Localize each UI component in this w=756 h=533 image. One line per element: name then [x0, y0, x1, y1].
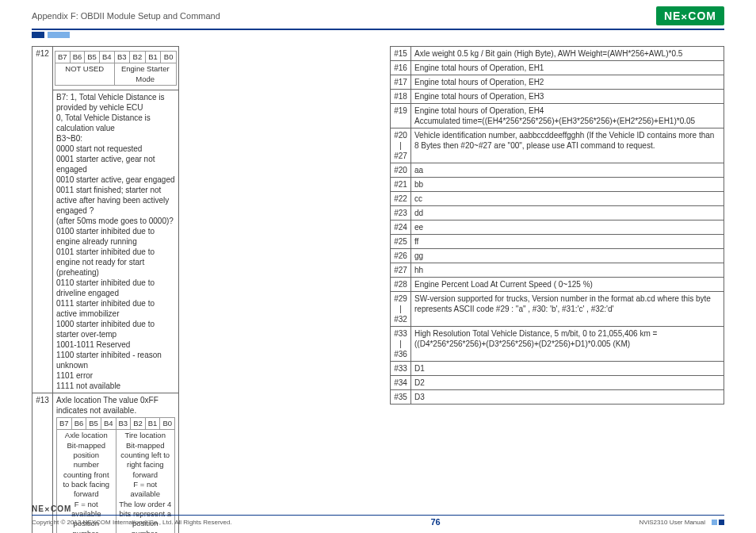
- row-index: #19: [391, 104, 411, 128]
- row12-index: #12: [32, 47, 53, 393]
- bits-table-12: B7 B6 B5 B4 B3 B2 B1 B0 NOT USED Engine …: [55, 51, 177, 86]
- footer-logo: NE✕COM: [32, 504, 724, 513]
- row-index: #22: [391, 192, 411, 206]
- bit-b2: B2: [130, 52, 146, 63]
- row-index: #26: [391, 249, 411, 263]
- row-index: #34: [391, 376, 411, 390]
- bit-b0-13: B0: [160, 418, 175, 430]
- row-index: #23: [391, 206, 411, 220]
- row-text: aa: [411, 163, 724, 178]
- bit-b6: B6: [70, 52, 85, 63]
- row-index: #24: [391, 220, 411, 235]
- row-index: #27: [391, 263, 411, 278]
- row-index: #15: [391, 47, 411, 61]
- left-column: #12 B7 B6 B5 B4 B3 B2 B1 B0: [32, 46, 366, 533]
- row12-bits-cell: B7 B6 B5 B4 B3 B2 B1 B0 NOT USED Engine …: [53, 47, 179, 90]
- right-table: #15Axle weight 0.5 kg / Bit gain (High B…: [390, 46, 724, 405]
- row-index: #28: [391, 278, 411, 292]
- nexcom-logo: NE✕COM: [656, 6, 724, 25]
- row-index: #16: [391, 61, 411, 75]
- bit-b2-13: B2: [131, 418, 146, 430]
- row-text: Engine total hours of Operation, EH2: [411, 75, 724, 90]
- row-index: #29 | #32: [391, 292, 411, 327]
- row-index: #33: [391, 362, 411, 376]
- not-used-label: NOT USED: [55, 63, 115, 86]
- row-text: SW-version supported for trucks, Version…: [411, 292, 724, 327]
- row-text: cc: [411, 192, 724, 206]
- row-text: D1: [411, 362, 724, 376]
- page-content: #12 B7 B6 B5 B4 B3 B2 B1 B0: [0, 46, 756, 533]
- header-divider: [32, 29, 724, 30]
- bit-b7-13: B7: [57, 418, 72, 430]
- bit-b4-13: B4: [101, 418, 116, 430]
- row-text: Engine total hours of Operation, EH1: [411, 61, 724, 75]
- engine-starter-mode-label: Engine Starter Mode: [114, 63, 177, 86]
- row13-heading: Axle location The value 0xFF indicates n…: [56, 395, 175, 416]
- bit-b3: B3: [114, 52, 130, 63]
- page-number: 76: [430, 517, 440, 527]
- bit-b7: B7: [55, 52, 71, 63]
- footer-accent: [710, 520, 724, 525]
- bit-b1: B1: [145, 52, 161, 63]
- row12-body: B7: 1, Total Vehicle Distance is provide…: [53, 90, 179, 393]
- bit-b6-13: B6: [71, 418, 86, 430]
- row-text: hh: [411, 263, 724, 278]
- footer-line: Copyright © 2013 NEXCOM International Co…: [32, 517, 724, 527]
- row-text: Engine total hours of Operation, EH4 Acc…: [411, 104, 724, 128]
- row-text: Engine Percent Load At Current Speed ( 0…: [411, 278, 724, 292]
- manual-name: NViS2310 User Manual: [640, 519, 705, 526]
- row-index: #25: [391, 235, 411, 249]
- accent-bar: [32, 32, 756, 38]
- row-text: ff: [411, 235, 724, 249]
- row-index: #21: [391, 178, 411, 192]
- row-text: Axle weight 0.5 kg / Bit gain (High Byte…: [411, 47, 724, 61]
- row-text: Vehicle identification number, aabbccdde…: [411, 128, 724, 163]
- row-index: #17: [391, 75, 411, 90]
- copyright-text: Copyright © 2013 NEXCOM International Co…: [32, 519, 232, 526]
- bit-b5: B5: [85, 52, 100, 63]
- row-text: D3: [411, 390, 724, 405]
- bit-b5-13: B5: [86, 418, 101, 430]
- row-text: Engine total hours of Operation, EH3: [411, 90, 724, 104]
- right-column: #15Axle weight 0.5 kg / Bit gain (High B…: [390, 46, 724, 533]
- page-header: Appendix F: OBDII Module Setup and Comma…: [0, 0, 756, 29]
- bit-b3-13: B3: [116, 418, 131, 430]
- row-index: #20 | #27: [391, 128, 411, 163]
- page-footer: NE✕COM Copyright © 2013 NEXCOM Internati…: [0, 504, 756, 527]
- row-text: bb: [411, 178, 724, 192]
- row-index: #18: [391, 90, 411, 104]
- row-text: gg: [411, 249, 724, 263]
- row-text: ee: [411, 220, 724, 235]
- row-text: dd: [411, 206, 724, 220]
- footer-divider: [32, 515, 724, 516]
- row-index: #33 | #36: [391, 327, 411, 362]
- row-text: D2: [411, 376, 724, 390]
- row-text: High Resolution Total Vehicle Distance, …: [411, 327, 724, 362]
- bit-b4: B4: [99, 52, 114, 63]
- left-table: #12 B7 B6 B5 B4 B3 B2 B1 B0: [32, 46, 366, 533]
- row-index: #20: [391, 163, 411, 178]
- row-index: #35: [391, 390, 411, 405]
- appendix-title: Appendix F: OBDII Module Setup and Comma…: [32, 11, 220, 21]
- bit-b1-13: B1: [145, 418, 160, 430]
- bit-b0: B0: [161, 52, 177, 63]
